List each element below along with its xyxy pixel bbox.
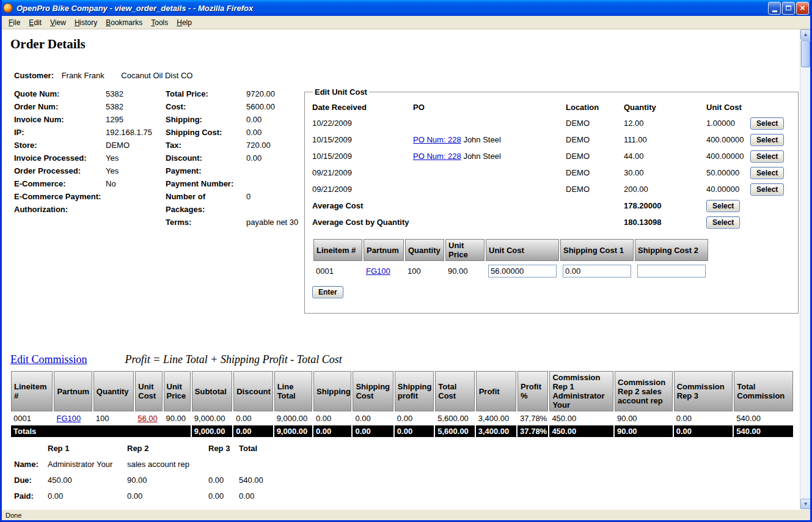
quantity: 12.00 <box>624 115 706 131</box>
shipping-cost: 0.00 <box>353 413 393 424</box>
close-button[interactable]: ✕ <box>796 2 809 15</box>
average-cost-by-qty-row: Average Cost by Quantity 180.13098 Selec… <box>312 214 791 230</box>
rep-paid-row: Paid: 0.00 0.00 0.00 0.00 <box>14 488 282 504</box>
po-link[interactable]: PO Num: 228 <box>413 152 461 161</box>
scroll-up-icon[interactable]: ▲ <box>800 29 811 40</box>
unit-cost: 1.00000 <box>706 115 750 131</box>
info-label: Order Processed: <box>14 164 106 177</box>
info-value: 9720.00 <box>246 87 307 100</box>
select-button[interactable]: Select <box>750 183 784 196</box>
select-button[interactable]: Select <box>750 117 784 130</box>
location: DEMO <box>566 148 624 164</box>
average-cost-value: 178.20000 <box>624 197 706 214</box>
quantity: 100 <box>93 413 134 424</box>
vertical-scrollbar[interactable]: ▲ ▼ <box>800 29 810 509</box>
rep3-paid: 0.00 <box>208 488 239 504</box>
totals-shipping-profit: 0.00 <box>395 425 434 437</box>
col-unit-price: Unit Price <box>164 371 191 411</box>
info-row: E-Commerce:No <box>14 177 166 190</box>
menu-bookmarks[interactable]: Bookmarks <box>101 17 147 29</box>
info-row: Order Processed:Yes <box>14 164 166 177</box>
lineitem-edit-table: Lineitem # Partnum Quantity Unit Price U… <box>312 238 709 281</box>
unit-cost-input[interactable] <box>488 265 557 278</box>
rep1-paid: 0.00 <box>48 488 127 504</box>
info-row: Tax:720.00 <box>166 139 307 152</box>
po-link[interactable]: PO Num: 228 <box>413 135 461 144</box>
minimize-button[interactable] <box>768 2 781 15</box>
select-button[interactable]: Select <box>750 134 784 146</box>
info-row: Shipping Cost:0.00 <box>166 126 307 139</box>
menu-history[interactable]: History <box>70 17 101 29</box>
po-contact: John Steel <box>463 135 500 144</box>
average-cost-row: Average Cost 178.20000 Select <box>312 197 791 214</box>
partnum-link[interactable]: FG100 <box>366 267 390 276</box>
info-label: Discount: <box>166 152 246 164</box>
rep-summary-table: Rep 1 Rep 2 Rep 3 Total Name: Administra… <box>14 440 282 504</box>
menu-view[interactable]: View <box>46 17 70 29</box>
select-average-cost-by-qty-button[interactable]: Select <box>706 216 740 229</box>
info-row: Store:DEMO <box>14 139 166 152</box>
partnum-link[interactable]: FG100 <box>56 414 81 423</box>
scrollbar-thumb[interactable] <box>801 40 810 67</box>
enter-button[interactable]: Enter <box>312 286 343 298</box>
info-value <box>106 203 166 216</box>
col-shipping-profit: Shipping profit <box>395 371 434 411</box>
select-button[interactable]: Select <box>750 150 784 163</box>
profit: 3,400.00 <box>476 413 516 424</box>
rep2-paid: 0.00 <box>127 488 208 504</box>
total-paid: 0.00 <box>239 488 282 504</box>
info-value: 1295 <box>106 113 166 126</box>
info-value: Yes <box>106 164 166 177</box>
info-value: 0.00 <box>246 152 307 164</box>
info-label: E-Commerce Payment: <box>14 190 106 203</box>
unit-cost-link[interactable]: 56.00 <box>137 414 158 423</box>
col-subtotal: Subtotal <box>192 371 232 411</box>
menu-help[interactable]: Help <box>172 17 196 29</box>
select-button[interactable]: Select <box>750 167 784 179</box>
unit-cost-row: 09/21/2009 DEMO 30.00 50.00000 Select <box>312 164 791 181</box>
paid-label: Paid: <box>14 488 48 504</box>
info-label: Quote Num: <box>14 87 106 100</box>
menu-file[interactable]: File <box>4 17 24 29</box>
totals-line-total: 9,000.00 <box>274 425 312 437</box>
customer-line: Customer: Frank Frank Cocanut Oil Dist C… <box>14 71 192 80</box>
totals-shipping-cost: 0.00 <box>353 425 393 437</box>
lineitem-number: 0001 <box>11 413 53 424</box>
rep3-header: Rep 3 <box>208 440 239 456</box>
rep3-name <box>208 456 239 472</box>
average-cost-label: Average Cost <box>312 197 624 214</box>
maximize-button[interactable] <box>782 2 795 15</box>
po-contact: John Steel <box>463 152 500 161</box>
info-row: Shipping:0.00 <box>166 113 307 126</box>
unit-cost-row: 10/15/2009 PO Num: 228 John Steel DEMO 1… <box>312 131 791 148</box>
info-row: E-Commerce Payment: <box>14 190 166 203</box>
unit-cost: 400.00000 <box>706 131 750 148</box>
shipping-cost-1-input[interactable] <box>563 265 631 278</box>
scroll-down-icon[interactable]: ▼ <box>800 499 811 509</box>
menu-edit[interactable]: Edit <box>24 17 46 29</box>
col-location: Location <box>566 99 624 115</box>
edit-commission-link[interactable]: Edit Commission <box>10 353 87 366</box>
select-average-cost-button[interactable]: Select <box>706 200 740 212</box>
totals-shipping: 0.00 <box>313 425 351 437</box>
rep-name-row: Name: Administrator Your sales account r… <box>14 456 282 472</box>
info-row: Number of Packages:0 <box>166 190 307 216</box>
commission-header: Edit Commission Profit = Line Total + Sh… <box>10 353 342 366</box>
profit-formula: Profit = Line Total + Shipping Profit - … <box>125 353 342 366</box>
menu-tools[interactable]: Tools <box>147 17 172 29</box>
info-label: Shipping: <box>166 113 246 126</box>
total-name <box>239 456 282 472</box>
location: DEMO <box>566 164 624 181</box>
info-label: Terms: <box>166 216 246 229</box>
col-select <box>750 99 791 115</box>
shipping-cost-2-input[interactable] <box>637 265 706 278</box>
total-commission: 540.00 <box>734 413 793 424</box>
menu-bar: File Edit View History Bookmarks Tools H… <box>2 16 810 29</box>
col-po: PO <box>413 99 566 115</box>
col-shipping-cost-2: Shipping Cost 2 <box>635 239 708 261</box>
col-quantity: Quantity <box>405 239 444 261</box>
average-cost-by-qty-label: Average Cost by Quantity <box>312 214 624 230</box>
title-bar[interactable]: OpenPro Bike Company - view_order_detail… <box>0 0 812 16</box>
info-row: Cost:5600.00 <box>166 100 307 113</box>
unit-cost: 400.00000 <box>706 148 750 164</box>
